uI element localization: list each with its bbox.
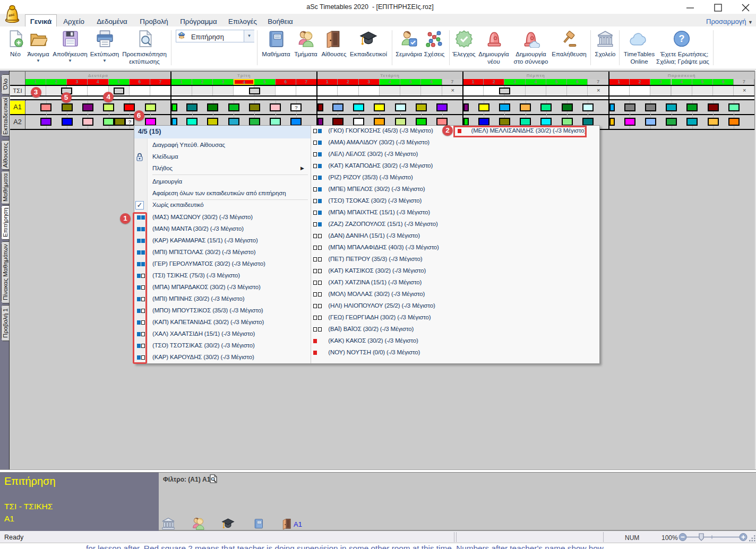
svg-text:?: ?: [678, 33, 684, 44]
